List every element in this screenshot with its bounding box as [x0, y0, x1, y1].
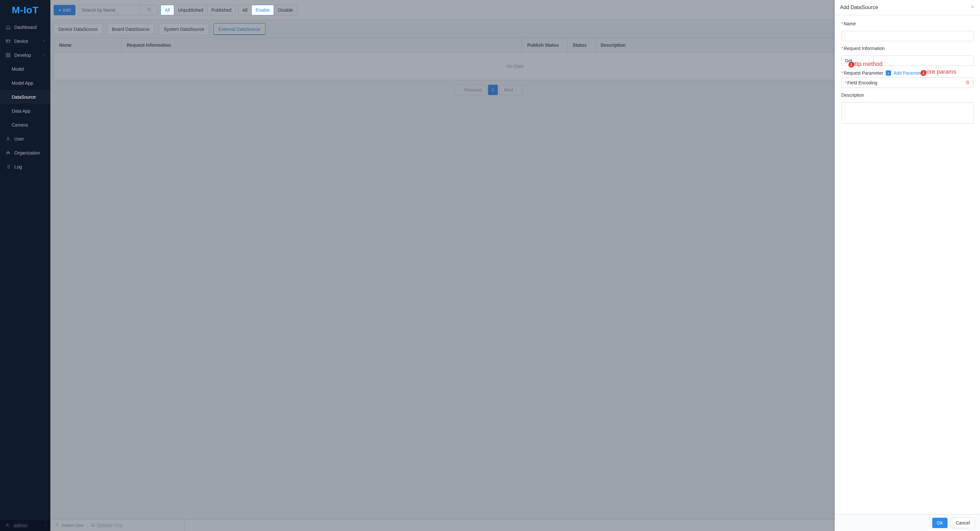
sidebar-item-label: Organization [14, 150, 40, 155]
sidebar-item-organization[interactable]: Organization [0, 146, 50, 160]
svg-point-6 [8, 151, 9, 152]
drawer-title: Add DataSource [840, 5, 878, 10]
trash-icon [966, 81, 970, 86]
user-icon [5, 136, 11, 142]
sidebar-item-label: Log [14, 164, 22, 170]
drawer-header: Add DataSource [835, 0, 980, 15]
chevron-down-icon [867, 58, 871, 63]
list-icon [5, 164, 11, 170]
delete-parameter-button[interactable] [966, 80, 970, 86]
sidebar-item-datasource[interactable]: DataSource [0, 90, 50, 104]
publish-filter-all[interactable]: All [161, 5, 174, 15]
request-parameter-header: *Request Parameter Add Parameter 2 [841, 70, 974, 76]
sidebar-item-dashboard[interactable]: Dashboard [0, 20, 50, 34]
cancel-button[interactable]: Cancel [951, 518, 975, 528]
svg-rect-2 [8, 53, 10, 55]
add-datasource-drawer: Add DataSource *Name *Request Informatio… [835, 0, 980, 531]
description-input[interactable] [841, 102, 974, 124]
chevron-up-icon [42, 52, 46, 58]
chevron-down-icon [42, 39, 46, 44]
user-icon [5, 523, 10, 528]
svg-rect-1 [6, 53, 8, 55]
name-input[interactable] [841, 31, 974, 41]
sidebar-item-model[interactable]: Model [0, 62, 50, 76]
sidebar-footer-user[interactable]: admin [0, 520, 50, 531]
sidebar-item-data-app[interactable]: Data App [0, 104, 50, 118]
grid-icon [5, 52, 11, 58]
device-icon [5, 38, 11, 44]
nav: Dashboard Device Develop Model Model App… [0, 20, 50, 520]
name-label: *Name [841, 21, 974, 26]
sidebar-item-label: Model [12, 67, 24, 72]
sidebar-item-label: Model App [12, 81, 33, 86]
parameter-row: *Field Encoding [841, 78, 974, 88]
sidebar-item-label: Device [14, 39, 28, 44]
svg-rect-4 [8, 55, 10, 57]
sidebar-item-label: Camera [12, 122, 28, 128]
sidebar-item-label: Data App [12, 108, 30, 114]
main: + Add All Unpublished Published All Enab… [50, 0, 980, 531]
svg-point-5 [7, 137, 9, 139]
svg-point-7 [6, 153, 8, 154]
chevron-right-icon [44, 523, 47, 528]
request-url-input[interactable] [874, 55, 974, 66]
svg-point-8 [9, 153, 10, 154]
svg-point-9 [8, 153, 9, 154]
svg-point-10 [7, 523, 8, 525]
brand-logo: M-IoT [0, 0, 50, 20]
sidebar-item-label: Develop [14, 52, 31, 58]
sidebar-item-model-app[interactable]: Model App [0, 76, 50, 90]
sidebar-item-develop[interactable]: Develop [0, 48, 50, 62]
enable-filter-enable[interactable]: Enable [252, 5, 274, 15]
drawer-body: *Name *Request Information Get 1 *Reques… [835, 15, 980, 514]
request-information-row: Get 1 [841, 55, 974, 66]
close-icon [970, 5, 975, 10]
sidebar: M-IoT Dashboard Device Develop Model Mod… [0, 0, 50, 531]
param-checkbox[interactable] [886, 70, 891, 76]
sidebar-item-device[interactable]: Device [0, 34, 50, 48]
http-method-select[interactable]: Get [841, 55, 874, 66]
close-button[interactable] [970, 5, 975, 10]
sidebar-item-label: DataSource [12, 94, 36, 100]
ok-button[interactable]: Ok [932, 518, 948, 528]
svg-rect-3 [6, 55, 8, 57]
sidebar-footer-username: admin [14, 523, 28, 528]
sidebar-item-label: User [14, 136, 24, 141]
http-method-value: Get [845, 58, 852, 63]
add-parameter-link[interactable]: Add Parameter [894, 70, 924, 76]
org-icon [5, 150, 11, 156]
sidebar-item-log[interactable]: Log [0, 160, 50, 174]
sidebar-item-camera[interactable]: Camera [0, 118, 50, 132]
sidebar-item-label: Dashboard [14, 25, 37, 30]
drawer-footer: Ok Cancel [835, 514, 980, 531]
svg-rect-0 [6, 40, 10, 42]
request-information-label: *Request Information [841, 46, 974, 51]
sidebar-item-user[interactable]: User [0, 132, 50, 146]
request-parameter-label: *Request Parameter [841, 70, 883, 76]
param-row-label: Field Encoding [847, 80, 877, 86]
description-label: Description [841, 92, 974, 98]
home-icon [5, 24, 11, 30]
